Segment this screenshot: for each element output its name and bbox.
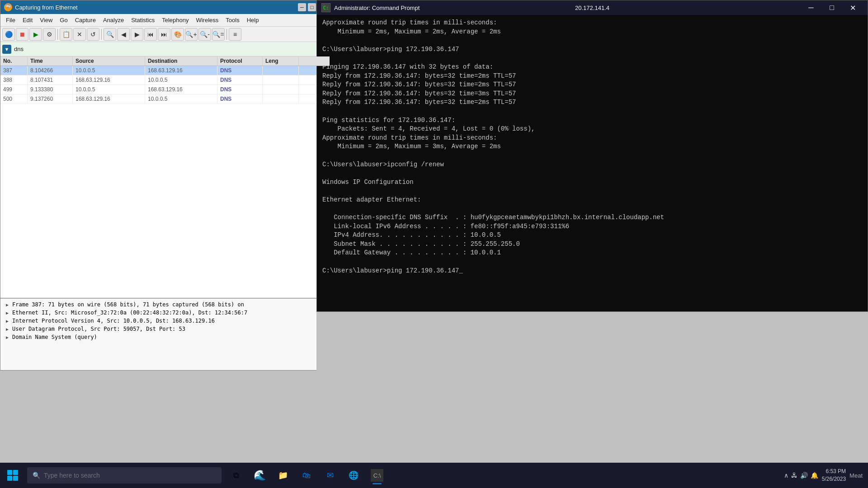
packet-row[interactable]: 499 9.133380 10.0.0.5 168.63.129.16 DNS [0,85,330,94]
detail-row[interactable]: ▶ Domain Name System (query) [4,333,326,341]
detail-row[interactable]: ▶ Ethernet II, Src: Microsof_32:72:0a (0… [4,309,326,317]
mail-button[interactable]: ✉ [319,465,341,486]
save-file-button[interactable]: ✕ [73,28,86,41]
cell-time: 9.137260 [28,94,73,103]
cmd-line [322,107,862,116]
detail-text: Frame 387: 71 bytes on wire (568 bits), … [12,301,244,308]
detail-rows-container: ▶ Frame 387: 71 bytes on wire (568 bits)… [4,300,326,341]
cmd-line [322,151,862,160]
cell-source: 168.63.129.16 [73,94,145,103]
menu-statistics[interactable]: Statistics [127,16,158,24]
go-forward-button[interactable]: ▶ [131,28,143,41]
go-first-button[interactable]: ⏮ [144,28,157,41]
store-button[interactable]: 🛍 [296,465,317,486]
filter-input[interactable] [14,46,328,52]
colorize-button[interactable]: 🎨 [171,28,184,41]
cell-no: 387 [0,66,28,75]
desktop-background [316,312,868,461]
col-protocol: Protocol [217,56,263,66]
wireshark-window: 🦈 Capturing from Ethernet ─ □ ✕ File Edi… [0,0,330,371]
system-clock[interactable]: 6:53 PM 5/26/2023 [822,468,846,483]
menu-telephony[interactable]: Telephony [158,16,192,24]
cmd-line: Pinging 172.190.36.147 with 32 bytes of … [322,63,862,72]
stop-capture-button[interactable]: ⏹ [16,28,28,41]
menu-go[interactable]: Go [56,16,71,24]
packet-row[interactable]: 388 8.107431 168.63.129.16 10.0.0.5 DNS [0,75,330,85]
detail-text: Ethernet II, Src: Microsof_32:72:0a (00:… [12,310,247,316]
notification-icon[interactable]: 🔔 [811,472,818,479]
wireshark-maximize-button[interactable]: □ [308,3,316,11]
filter-bar: ▼ [0,42,330,56]
detail-row[interactable]: ▶ Internet Protocol Version 4, Src: 10.0… [4,317,326,325]
zoom-out-button[interactable]: 🔍- [198,28,211,41]
cmd-line [322,258,862,267]
menu-capture[interactable]: Capture [71,16,99,24]
restart-capture-button[interactable]: ▶ [29,28,42,41]
start-button[interactable] [0,463,25,488]
edge-icon: 🌊 [253,469,266,482]
chevron-up-icon[interactable]: ∧ [784,472,788,479]
taskview-button[interactable]: ⧉ [225,465,247,486]
cmd-close-button[interactable]: ✕ [842,0,863,15]
cell-source: 10.0.0.5 [73,66,145,75]
cmd-minimize-button[interactable]: ─ [801,0,821,15]
network-button[interactable]: 🌐 [343,465,364,486]
edge-button[interactable]: 🌊 [249,465,270,486]
cmd-content: Approximate round trip times in milli-se… [317,15,868,311]
menu-analyze[interactable]: Analyze [99,16,127,24]
more-button[interactable]: ≡ [229,28,241,41]
col-length: Leng [263,56,299,66]
col-source: Source [73,56,145,66]
packet-row[interactable]: 387 8.104266 10.0.0.5 168.63.129.16 DNS [0,66,330,75]
cell-no: 388 [0,75,28,84]
menu-edit[interactable]: Edit [19,16,36,24]
wireshark-minimize-button[interactable]: ─ [298,3,306,11]
cmd-line [322,54,862,63]
find-button[interactable]: 🔍 [104,28,116,41]
cmd-maximize-button[interactable]: □ [821,0,842,15]
menu-view[interactable]: View [36,16,56,24]
network-tray-icon[interactable]: 🖧 [791,472,797,479]
packet-list[interactable]: No. Time Source Destination Protocol Len… [0,56,330,298]
wireshark-icon: 🦈 [4,3,12,11]
detail-text: Domain Name System (query) [12,334,97,340]
menu-file[interactable]: File [2,16,19,24]
go-last-button[interactable]: ⏭ [158,28,170,41]
zoom-normal-button[interactable]: 🔍= [212,28,225,41]
cmd-line: Reply from 172.190.36.147: bytes=32 time… [322,98,862,107]
reload-button[interactable]: ↺ [87,28,99,41]
cell-protocol: DNS [217,66,263,75]
menu-wireless[interactable]: Wireless [192,16,222,24]
options-button[interactable]: ⚙ [43,28,56,41]
start-capture-button[interactable]: 🔵 [2,28,15,41]
menu-help[interactable]: Help [243,16,263,24]
cmd-window-controls: ─ □ ✕ [801,0,863,15]
cmd-line: Reply from 172.190.36.147: bytes=32 time… [322,80,862,89]
expand-icon: ▶ [4,318,10,324]
menu-tools[interactable]: Tools [222,16,243,24]
cmd-lines-container: Approximate round trip times in milli-se… [322,19,862,275]
packet-row[interactable]: 500 9.137260 168.63.129.16 10.0.0.5 DNS [0,94,330,104]
detail-row[interactable]: ▶ Frame 387: 71 bytes on wire (568 bits)… [4,300,326,309]
go-back-button[interactable]: ◀ [117,28,130,41]
taskbar-search[interactable]: 🔍 [27,467,222,483]
cmd-taskbar-button[interactable]: C:\ [366,465,388,486]
file-explorer-button[interactable]: 📁 [272,465,294,486]
volume-icon[interactable]: 🔊 [800,472,808,479]
taskbar-search-input[interactable] [44,472,216,479]
open-file-button[interactable]: 📋 [60,28,72,41]
cell-protocol: DNS [217,75,263,84]
cmd-line: C:\Users\labuser>ping 172.190.36.147_ [322,267,862,276]
detail-row[interactable]: ▶ User Datagram Protocol, Src Port: 5905… [4,325,326,333]
cmd-line: Windows IP Configuration [322,178,862,187]
cmd-title: Administrator: Command Prompt [334,5,801,11]
cmd-line [322,36,862,45]
cell-destination: 10.0.0.5 [145,75,217,84]
system-tray-icons: ∧ 🖧 🔊 🔔 [784,472,818,479]
clock-time: 6:53 PM [822,468,846,475]
zoom-in-button[interactable]: 🔍+ [185,28,198,41]
svg-text:C:: C: [323,5,329,10]
taskbar-apps: ⧉ 🌊 📁 🛍 ✉ 🌐 C:\ [225,465,388,486]
cell-destination: 168.63.129.16 [145,85,217,94]
cmd-line: Reply from 172.190.36.147: bytes=32 time… [322,89,862,99]
